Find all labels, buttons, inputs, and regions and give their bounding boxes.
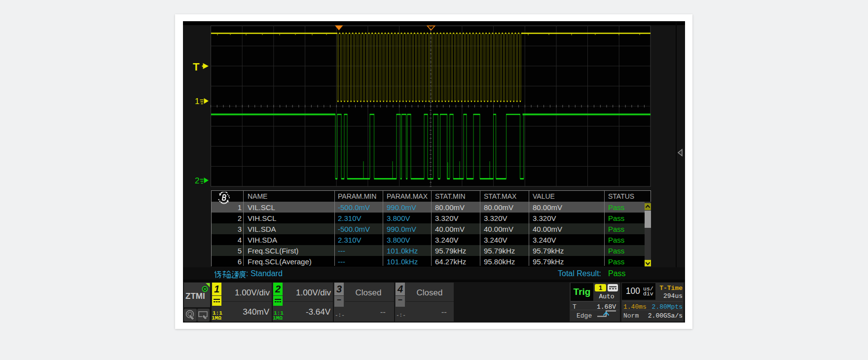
- svg-text:2: 2: [195, 176, 199, 185]
- svg-text:1: 1: [195, 97, 199, 106]
- svg-text:T: T: [193, 61, 200, 73]
